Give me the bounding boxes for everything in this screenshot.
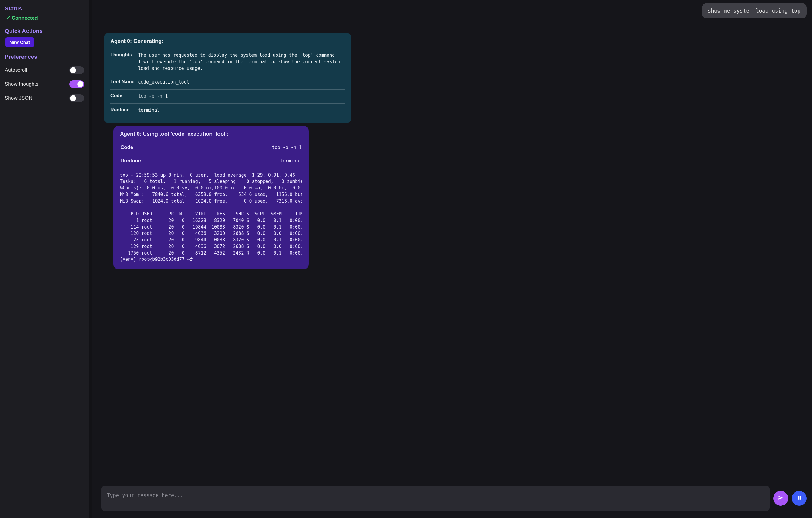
agent-generating-card: Agent 0: Generating: Thoughts The user h…: [104, 33, 351, 123]
preferences-heading: Preferences: [5, 54, 84, 60]
agent-toolname-row: Tool Name code_execution_tool: [110, 75, 345, 89]
show-thoughts-toggle[interactable]: [69, 80, 84, 88]
tool-card-title: Agent 0: Using tool 'code_execution_tool…: [120, 131, 302, 137]
tool-output: top - 22:59:53 up 8 min, 0 user, load av…: [120, 172, 302, 263]
agent-runtime-row: Runtime terminal: [110, 103, 345, 117]
quick-actions-heading: Quick Actions: [5, 28, 84, 34]
thoughts-label: Thoughts: [110, 52, 136, 58]
agent-thoughts-row: Thoughts The user has requested to displ…: [110, 49, 345, 75]
tool-runtime-label: Runtime: [120, 158, 141, 164]
runtime-label: Runtime: [110, 107, 136, 113]
show-json-toggle[interactable]: [69, 94, 84, 102]
svg-rect-1: [800, 496, 801, 499]
agent-code-row: Code top -b -n 1: [110, 89, 345, 103]
input-bar: [92, 480, 812, 518]
pref-label: Show JSON: [5, 95, 32, 101]
message-input[interactable]: [102, 486, 770, 511]
tool-execution-card: Agent 0: Using tool 'code_execution_tool…: [113, 125, 309, 270]
send-icon: [778, 495, 784, 502]
pref-show-json: Show JSON: [5, 91, 84, 105]
send-button[interactable]: [773, 491, 788, 506]
agent-card-title: Agent 0: Generating:: [110, 38, 345, 45]
chat-scroll[interactable]: show me system load using top Agent 0: G…: [92, 0, 812, 480]
autoscroll-toggle[interactable]: [69, 66, 84, 74]
code-label: Code: [110, 93, 136, 98]
toolname-label: Tool Name: [110, 79, 136, 84]
pause-button[interactable]: [792, 491, 807, 506]
sidebar: Status ✔ Connected Quick Actions New Cha…: [0, 0, 89, 518]
runtime-value: terminal: [138, 107, 160, 114]
pref-label: Show thoughts: [5, 81, 38, 87]
status-heading: Status: [5, 5, 84, 12]
tool-runtime-value: terminal: [280, 158, 301, 164]
pref-show-thoughts: Show thoughts: [5, 77, 84, 91]
connection-status: ✔ Connected: [5, 15, 84, 21]
pause-icon: [796, 495, 802, 502]
user-message-row: show me system load using top: [98, 3, 807, 19]
code-value: top -b -n 1: [138, 93, 168, 100]
sidebar-resize-gutter[interactable]: [89, 0, 92, 518]
tool-code-row: Code top -b -n 1: [120, 141, 302, 154]
pref-label: Autoscroll: [5, 67, 27, 73]
main-panel: show me system load using top Agent 0: G…: [92, 0, 812, 518]
svg-rect-0: [798, 496, 799, 499]
tool-code-label: Code: [120, 144, 133, 150]
user-message-bubble: show me system load using top: [702, 3, 807, 19]
tool-code-value: top -b -n 1: [272, 145, 301, 150]
tool-runtime-row: Runtime terminal: [120, 154, 302, 167]
pref-autoscroll: Autoscroll: [5, 63, 84, 77]
thoughts-value: The user has requested to display the sy…: [138, 52, 345, 71]
toolname-value: code_execution_tool: [138, 79, 190, 86]
new-chat-button[interactable]: New Chat: [5, 37, 34, 47]
